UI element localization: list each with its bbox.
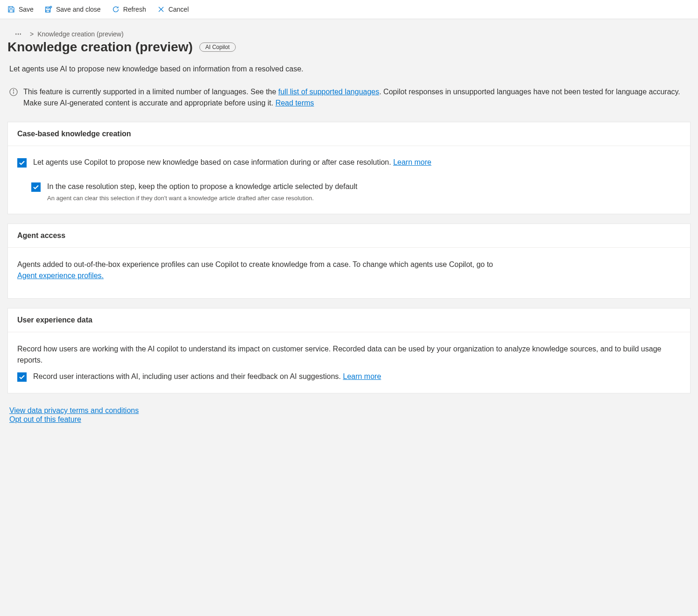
- breadcrumb-overflow[interactable]: ⋯: [7, 30, 26, 38]
- checkbox-record-interactions-label: Record user interactions with AI, includ…: [33, 371, 381, 382]
- breadcrumb-current: Knowledge creation (preview): [37, 30, 123, 38]
- card-title-agent-access: Agent access: [17, 231, 681, 240]
- refresh-label: Refresh: [123, 6, 146, 13]
- ux-data-text: Record how users are working with the AI…: [17, 343, 681, 366]
- opt-out-link[interactable]: Opt out of this feature: [9, 415, 689, 424]
- breadcrumb: ⋯ > Knowledge creation (preview): [7, 30, 691, 38]
- info-message: This feature is currently supported in a…: [7, 86, 691, 109]
- checkbox-record-interactions: Record user interactions with AI, includ…: [17, 371, 681, 382]
- save-button[interactable]: Save: [7, 4, 34, 15]
- checkbox-resolution-default: In the case resolution step, keep the op…: [31, 182, 681, 203]
- checkbox-propose-knowledge-label: Let agents use Copilot to propose new kn…: [33, 157, 431, 168]
- content: ⋯ > Knowledge creation (preview) Knowled…: [0, 19, 698, 447]
- checkbox-resolution-default-input[interactable]: [31, 182, 41, 192]
- refresh-button[interactable]: Refresh: [112, 4, 146, 15]
- learn-more-link-propose[interactable]: Learn more: [393, 158, 431, 166]
- agent-access-card: Agent access Agents added to out-of-the-…: [7, 224, 691, 299]
- check-icon: [33, 184, 39, 190]
- info-text: This feature is currently supported in a…: [23, 86, 691, 109]
- save-close-button[interactable]: Save and close: [45, 4, 101, 15]
- intro-text: Let agents use AI to propose new knowled…: [7, 65, 691, 73]
- read-terms-link[interactable]: Read terms: [275, 99, 314, 107]
- page-title: Knowledge creation (preview): [7, 40, 193, 55]
- check-icon: [19, 374, 25, 380]
- card-title-ux-data: User experience data: [17, 316, 681, 324]
- close-icon: [157, 6, 165, 13]
- case-based-card: Case-based knowledge creation Let agents…: [7, 122, 691, 214]
- supported-languages-link[interactable]: full list of supported languages: [278, 88, 379, 96]
- card-title-case-based: Case-based knowledge creation: [17, 130, 681, 138]
- breadcrumb-separator: >: [30, 30, 34, 38]
- agent-access-text: Agents added to out-of-the-box experienc…: [17, 259, 681, 281]
- save-close-icon: [45, 6, 52, 13]
- agent-profiles-link[interactable]: Agent experience profiles.: [17, 272, 104, 280]
- check-icon: [19, 160, 25, 166]
- footer-links: View data privacy terms and conditions O…: [7, 403, 691, 428]
- checkbox-resolution-default-subtext: An agent can clear this selection if the…: [47, 194, 357, 203]
- toolbar: Save Save and close Refresh Cancel: [0, 0, 698, 19]
- privacy-terms-link[interactable]: View data privacy terms and conditions: [9, 406, 689, 415]
- learn-more-link-record[interactable]: Learn more: [343, 372, 381, 380]
- svg-point-3: [13, 90, 14, 90]
- checkbox-resolution-default-label: In the case resolution step, keep the op…: [47, 182, 357, 192]
- checkbox-propose-knowledge: Let agents use Copilot to propose new kn…: [17, 157, 681, 168]
- checkbox-record-interactions-input[interactable]: [17, 372, 27, 382]
- refresh-icon: [112, 6, 120, 13]
- save-label: Save: [19, 6, 34, 13]
- ux-data-card: User experience data Record how users ar…: [7, 308, 691, 393]
- cancel-button[interactable]: Cancel: [157, 4, 189, 15]
- info-icon: [9, 88, 18, 96]
- save-close-label: Save and close: [56, 6, 101, 13]
- page-header: Knowledge creation (preview) AI Copilot: [7, 40, 691, 55]
- nested-option: In the case resolution step, keep the op…: [31, 182, 681, 203]
- cancel-label: Cancel: [169, 6, 189, 13]
- ai-copilot-badge: AI Copilot: [199, 42, 236, 52]
- save-icon: [7, 6, 15, 13]
- checkbox-propose-knowledge-input[interactable]: [17, 158, 27, 168]
